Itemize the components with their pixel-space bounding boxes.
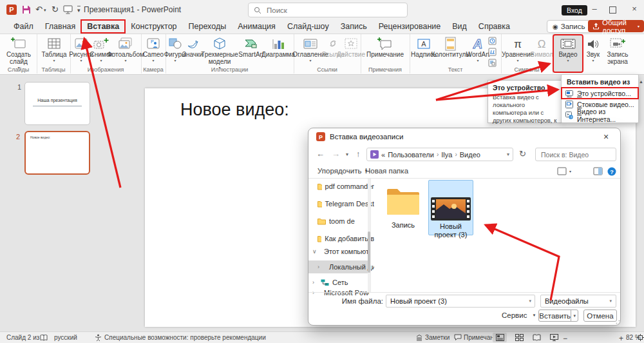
restore-icon[interactable] (609, 6, 616, 14)
audio-button[interactable]: Звук▾ (583, 35, 603, 72)
sidebar-tree-local-disk[interactable]: › Локальный ди (317, 263, 374, 271)
cameo-button[interactable]: P Cameo▾ (143, 35, 164, 72)
menu-scroll-up-icon[interactable]: ▲ (639, 79, 643, 84)
save-icon[interactable] (22, 5, 31, 14)
object-icon[interactable] (488, 59, 497, 67)
3d-models-button[interactable]: Трехмерные модели▾ (201, 35, 238, 72)
crumb-user[interactable]: Ilya (441, 151, 452, 159)
tab-slideshow[interactable]: Слайд-шоу (281, 20, 335, 33)
address-dropdown-icon[interactable]: ▾ (507, 152, 509, 157)
reading-view-icon[interactable] (529, 333, 544, 342)
comments-icon[interactable] (454, 334, 462, 341)
tab-help[interactable]: Справка (473, 20, 516, 33)
dialog-search-input[interactable] (540, 150, 621, 159)
insert-dropdown-icon[interactable]: ▾ (571, 310, 578, 321)
sidebar-tree-this-pc[interactable]: ∨ Этот компьютер (312, 248, 369, 255)
screen-recording-button[interactable]: Запись экрана (603, 35, 632, 72)
slide-1-thumbnail[interactable]: Наша презентация (24, 82, 90, 125)
toc-button[interactable]: Оглавление▾ (296, 35, 325, 72)
slide-sorter-view-icon[interactable] (512, 333, 526, 342)
insert-button[interactable]: Вставить ▾ (538, 309, 578, 322)
language-indicator[interactable]: русский (54, 334, 77, 341)
zoom-in-icon[interactable]: + (619, 334, 623, 343)
slide-number-icon[interactable] (488, 48, 497, 56)
sidebar-folder-toom-de[interactable]: toom de (317, 217, 374, 225)
header-footer-button[interactable]: Колонтитулы (435, 35, 466, 72)
menu-item-this-device[interactable]: Это устройство... (562, 88, 638, 99)
cancel-button[interactable]: Отмена (583, 309, 617, 322)
file-novy-proekt[interactable]: Новый проект (3) (428, 180, 473, 235)
crumb-videos[interactable]: Видео (460, 151, 480, 159)
folder-zapis-label[interactable]: Запись (378, 221, 428, 229)
record-button[interactable]: ◉ Запись (547, 20, 591, 33)
sidebar-tree-microsoft-powerpoint[interactable]: › P Microsoft Power (312, 289, 369, 297)
tab-view[interactable]: Вид (446, 20, 473, 33)
undo-dropdown-icon[interactable]: ▾ (44, 8, 46, 13)
slideshow-view-icon[interactable] (547, 333, 561, 342)
new-slide-button[interactable]: Создать слайд▾ (4, 35, 33, 72)
minimize-icon[interactable]: – (586, 4, 603, 14)
filetype-combo[interactable]: Видеофайлы ▾ (540, 295, 616, 308)
sign-in-badge[interactable]: Вход (562, 5, 587, 15)
table-button[interactable]: Таблица▾ (41, 35, 67, 72)
tools-button[interactable]: Сервис ▼ (502, 311, 536, 319)
search-box[interactable] (248, 3, 408, 17)
tab-record[interactable]: Запись (335, 20, 373, 33)
date-time-icon[interactable] (488, 37, 497, 45)
tab-transitions[interactable]: Переходы (183, 20, 232, 33)
dialog-search-box[interactable] (535, 148, 616, 161)
nav-history-dropdown-icon[interactable]: ▾ (346, 152, 348, 157)
resize-grip[interactable] (616, 320, 620, 324)
refresh-icon[interactable]: ↻ (519, 149, 526, 159)
sidebar-folder-kak-dobavit[interactable]: Как добавить в (317, 235, 374, 242)
help-icon[interactable]: ? (607, 167, 616, 176)
share-button[interactable]: Общий доступ ▾ (588, 20, 644, 32)
tab-animations[interactable]: Анимация (232, 20, 281, 33)
slide-2-thumbnail[interactable]: Новое видео: (24, 131, 90, 175)
sidebar-tree-network[interactable]: › Сеть (312, 279, 369, 286)
search-input[interactable] (265, 6, 402, 15)
undo-icon[interactable]: ↶ (35, 5, 43, 14)
close-icon[interactable]: × (626, 4, 643, 14)
filename-dropdown-icon[interactable]: ▾ (526, 299, 535, 304)
tab-home[interactable]: Главная (39, 20, 82, 33)
preview-pane-icon[interactable] (593, 167, 603, 175)
customize-quick-access-icon[interactable]: ▾ (77, 6, 80, 14)
zoom-out-icon[interactable]: − (563, 334, 567, 343)
tab-file[interactable]: Файл (8, 20, 39, 33)
accessibility-status[interactable]: Специальные возможности: проверьте реком… (104, 334, 266, 341)
crumb-users[interactable]: Пользователи (388, 151, 434, 159)
photo-album-button[interactable]: Фотоальбом▾ (111, 35, 140, 72)
accessibility-icon[interactable] (95, 334, 102, 341)
tab-review[interactable]: Рецензирование (373, 20, 447, 33)
wordart-button[interactable]: A WordArt▾ (466, 35, 489, 72)
organize-button[interactable]: Упорядочить ▼ (317, 167, 368, 175)
start-slideshow-icon[interactable] (63, 5, 73, 14)
address-bar[interactable]: « Пользователи › Ilya › Видео ▾ (366, 148, 513, 161)
notes-icon[interactable] (415, 334, 423, 341)
filename-input[interactable] (386, 297, 526, 305)
tab-design[interactable]: Конструктор (125, 20, 182, 33)
menu-item-online-video[interactable]: Видео из Интернета... (562, 110, 638, 121)
nav-up-icon[interactable]: ↑ (356, 149, 361, 159)
tab-insert[interactable]: Вставка (81, 20, 125, 33)
shapes-button[interactable]: Фигуры▾ (166, 35, 184, 72)
folder-zapis-icon[interactable] (386, 184, 421, 217)
new-folder-button[interactable]: Новая папка (365, 167, 408, 175)
filename-combo[interactable]: ▾ (386, 295, 535, 308)
redo-icon[interactable]: ↻ (52, 5, 59, 14)
slide-text[interactable]: Новое видео: (180, 100, 289, 120)
nav-forward-icon[interactable]: → (332, 149, 340, 159)
fit-slide-icon[interactable] (637, 334, 644, 341)
comment-button[interactable]: Примечание (368, 35, 402, 72)
video-button[interactable]: Видео▾ (554, 35, 582, 72)
normal-view-icon[interactable] (493, 333, 507, 342)
icons-button[interactable]: Значки (184, 35, 201, 72)
equation-button[interactable]: π Уравнение▾ (504, 35, 532, 72)
nav-back-icon[interactable]: ← (316, 149, 325, 159)
pictures-button[interactable]: Рисунки▾ (71, 35, 91, 72)
view-mode-button[interactable]: ▾ (557, 167, 571, 175)
spellcheck-book-icon[interactable] (40, 334, 48, 341)
notes-toggle[interactable]: Заметки (425, 334, 450, 341)
smartart-button[interactable]: SmartArt (238, 35, 264, 72)
